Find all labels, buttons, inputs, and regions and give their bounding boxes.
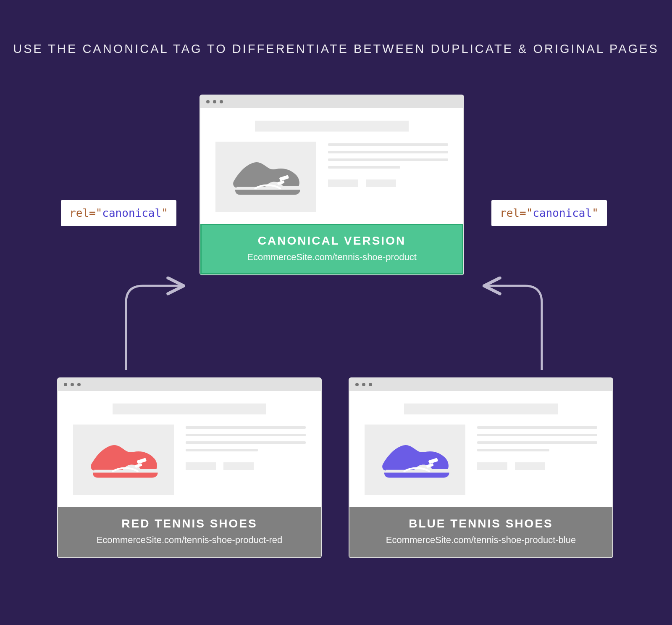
placeholder-line bbox=[328, 151, 448, 153]
placeholder-line bbox=[328, 158, 448, 161]
variant-footer: RED TENNIS SHOES EcommerceSite.com/tenni… bbox=[58, 507, 321, 557]
window-dot-icon bbox=[77, 383, 81, 386]
product-image-placeholder bbox=[73, 425, 174, 495]
code-value: canonical bbox=[533, 207, 592, 219]
code-quote: " bbox=[526, 207, 533, 219]
placeholder-line bbox=[186, 449, 258, 451]
product-image-placeholder bbox=[215, 142, 316, 212]
code-quote: " bbox=[592, 207, 598, 219]
window-dot-icon bbox=[71, 383, 74, 386]
browser-variant-blue: BLUE TENNIS SHOES EcommerceSite.com/tenn… bbox=[349, 377, 613, 558]
code-quote: " bbox=[161, 207, 168, 219]
placeholder-bar bbox=[328, 179, 358, 187]
variant-url: EcommerceSite.com/tennis-shoe-product-re… bbox=[65, 535, 314, 546]
code-value: canonical bbox=[102, 207, 161, 219]
window-dot-icon bbox=[355, 383, 359, 386]
code-attr: rel= bbox=[69, 207, 96, 219]
placeholder-line bbox=[186, 426, 306, 429]
code-attr: rel= bbox=[500, 207, 526, 219]
browser-canonical: CANONICAL VERSION EcommerceSite.com/tenn… bbox=[200, 95, 464, 275]
placeholder-bar bbox=[366, 179, 396, 187]
placeholder-line bbox=[328, 143, 448, 146]
window-titlebar bbox=[349, 378, 612, 391]
shoe-icon bbox=[88, 428, 159, 491]
window-titlebar bbox=[58, 378, 321, 391]
product-image-placeholder bbox=[365, 425, 465, 495]
placeholder-bar bbox=[186, 462, 216, 470]
code-tag-left: rel="canonical" bbox=[61, 200, 176, 226]
placeholder-bar bbox=[255, 121, 409, 132]
placeholder-line bbox=[477, 426, 597, 429]
page-title: USE THE CANONICAL TAG TO DIFFERENTIATE B… bbox=[0, 42, 672, 56]
placeholder-line bbox=[477, 434, 597, 436]
shoe-icon bbox=[379, 428, 451, 491]
variant-url: EcommerceSite.com/tennis-shoe-product-bl… bbox=[356, 535, 606, 546]
window-dot-icon bbox=[369, 383, 372, 386]
browser-variant-red: RED TENNIS SHOES EcommerceSite.com/tenni… bbox=[57, 377, 322, 558]
window-dot-icon bbox=[213, 100, 216, 103]
code-tag-right: rel="canonical" bbox=[491, 200, 607, 226]
placeholder-line bbox=[477, 449, 549, 451]
window-dot-icon bbox=[220, 100, 223, 103]
window-dot-icon bbox=[64, 383, 67, 386]
placeholder-line bbox=[328, 166, 400, 169]
placeholder-bar bbox=[404, 403, 558, 414]
placeholder-bar bbox=[113, 403, 266, 414]
variant-footer: BLUE TENNIS SHOES EcommerceSite.com/tenn… bbox=[349, 507, 612, 557]
variant-heading: BLUE TENNIS SHOES bbox=[356, 517, 606, 530]
placeholder-bar bbox=[515, 462, 545, 470]
canonical-url: EcommerceSite.com/tennis-shoe-product bbox=[207, 252, 457, 263]
placeholder-line bbox=[186, 441, 306, 444]
placeholder-bar bbox=[477, 462, 507, 470]
code-quote: " bbox=[96, 207, 102, 219]
variant-heading: RED TENNIS SHOES bbox=[65, 517, 314, 530]
shoe-icon bbox=[230, 145, 302, 208]
canonical-footer: CANONICAL VERSION EcommerceSite.com/tenn… bbox=[200, 224, 463, 274]
placeholder-bar bbox=[223, 462, 254, 470]
placeholder-line bbox=[186, 434, 306, 436]
placeholder-line bbox=[477, 441, 597, 444]
window-dot-icon bbox=[206, 100, 210, 103]
window-titlebar bbox=[200, 95, 463, 108]
canonical-heading: CANONICAL VERSION bbox=[207, 234, 457, 248]
window-dot-icon bbox=[362, 383, 365, 386]
